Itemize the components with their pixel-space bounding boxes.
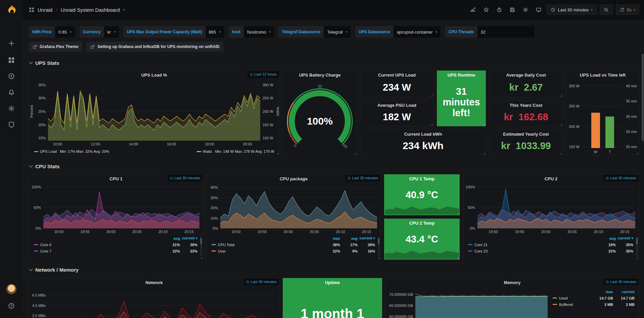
variable-value-dropdown[interactable]: kr▾	[104, 26, 119, 38]
sidebar-item-help[interactable]: ?	[6, 300, 17, 312]
panel-title[interactable]: UPS Battery Charge	[283, 71, 357, 80]
series-name[interactable]: Used	[559, 296, 568, 300]
refresh-picker[interactable]: 5s ▾	[616, 5, 639, 15]
panel-title[interactable]: Uptime	[283, 278, 382, 287]
panel-title[interactable]: UPS Load vs Time left	[566, 71, 639, 80]
grafana-logo[interactable]	[6, 4, 17, 15]
sidebar-item-server-admin[interactable]	[6, 119, 17, 130]
legend-sort-avg[interactable]: avg	[163, 236, 180, 240]
panel-title[interactable]: CPU 2 Temp	[384, 219, 459, 228]
panel-title[interactable]: Memory	[386, 278, 639, 287]
variable-value-dropdown[interactable]: apcupsd-container▾	[394, 26, 441, 38]
variable-value-dropdown[interactable]: 865▾	[205, 26, 224, 38]
breadcrumb-app[interactable]: Unraid	[38, 7, 52, 13]
sidebar-item-create[interactable]	[6, 38, 17, 49]
page-scrollbar	[642, 20, 644, 317]
user-avatar[interactable]	[6, 283, 17, 295]
row-header-network-memory[interactable]: Network / Memory	[29, 266, 79, 273]
row-header-ups-stats[interactable]: UPS Stats	[29, 59, 59, 66]
cpu-package-chart[interactable]: 0%10%20%30%40%19:5019:5520:0020:0520:102…	[207, 183, 380, 234]
series-name[interactable]: Core 6	[40, 243, 51, 247]
dashboard-title[interactable]: Unraid System Dashboard	[61, 7, 120, 13]
variable-ups-datasource: UPS Datasource apcupsd-container▾	[355, 26, 441, 38]
cpu2-chart[interactable]: 0%50%100%19:5019:5520:0020:0520:1020:15	[463, 183, 639, 234]
svg-text:19:50: 19:50	[54, 230, 64, 234]
add-panel-button[interactable]	[468, 5, 478, 15]
panel-title[interactable]: This Years Cost	[490, 101, 562, 110]
sidebar-item-explore[interactable]	[6, 71, 17, 82]
variable-ups-max-output: UPS Max Output Power Capacity (Watt) 865…	[124, 26, 224, 38]
svg-text:60.000000 GB: 60.000000 GB	[389, 304, 413, 308]
dashboard-link[interactable]: Setting up Grafana and InfluxDB for UPS …	[87, 42, 223, 52]
legend-sort-avg[interactable]: avg	[340, 236, 358, 240]
panel-title[interactable]: UPS Load %	[29, 71, 279, 80]
variable-value-dropdown[interactable]: Telegraf▾	[324, 26, 351, 38]
variable-label: Telegraf Datasource	[279, 26, 324, 38]
settings-button[interactable]	[520, 5, 531, 15]
scrollbar-thumb[interactable]	[642, 54, 644, 141]
panel-title[interactable]: CPU 1 Temp	[384, 175, 459, 183]
variable-text-input[interactable]: 32	[477, 26, 535, 38]
svg-text:19:50: 19:50	[489, 230, 498, 234]
sidebar-item-dashboards[interactable]	[6, 54, 17, 66]
panel-title[interactable]: Current Load kWh	[361, 130, 486, 139]
legend-item[interactable]: WattsMin: 148 W Max: 278 W Avg: 175 W	[197, 149, 274, 153]
panel-title[interactable]: Average PSU Load	[361, 101, 433, 110]
svg-text:10%: 10%	[211, 216, 218, 220]
battery-gauge[interactable]: 050100100%	[283, 80, 357, 153]
svg-text:20:15: 20:15	[184, 230, 194, 234]
panel-estimated-yearly-cost: Estimated Yearly Cost kr 1033.99	[489, 130, 563, 155]
time-range-picker[interactable]: Last 30 minutes ▾	[547, 5, 596, 15]
legend-sort-current[interactable]: current	[613, 290, 635, 294]
legend-sort-avg[interactable]: avg	[598, 236, 616, 240]
legend-item[interactable]: UPS LoadMin: 17% Max: 32% Avg: 20%	[34, 149, 109, 153]
legend-scrollbar[interactable]	[378, 237, 379, 256]
variable-value-dropdown[interactable]: Nostromo▾	[244, 26, 274, 38]
sidebar-item-alerting[interactable]	[6, 87, 17, 98]
row-header-cpu-stats[interactable]: CPU Stats	[29, 163, 60, 170]
cycle-view-tv-button[interactable]	[534, 5, 544, 15]
panel-title[interactable]: Average Daily Cost	[490, 71, 562, 80]
save-button[interactable]	[507, 5, 517, 15]
memory-chart[interactable]: 50.000000 GB60.000000 GB70.000000 GB	[386, 287, 549, 318]
network-chart[interactable]: 2.0 MBs4.0 MBs6.0 MBs	[29, 287, 279, 318]
series-name[interactable]: Core 21	[474, 243, 488, 247]
svg-text:100%: 100%	[466, 185, 475, 189]
legend-sort-max[interactable]: max	[323, 236, 340, 240]
legend-scrollbar[interactable]	[636, 237, 638, 256]
legend-sort-current[interactable]: current ▾	[616, 236, 633, 240]
caret-down-icon: ▾	[70, 31, 72, 34]
ups-load-time-bar-chart[interactable]: 150 W200 W250 W300 W20 min25 min30 min35…	[566, 80, 639, 155]
cpu1-chart[interactable]: 0%50%100%19:5019:5520:0020:0520:1020:15	[29, 183, 203, 234]
chart-legend: avgcurrent ▾Core 2119%35%Core 2322%35%	[466, 235, 635, 254]
share-button[interactable]	[494, 5, 504, 15]
series-name[interactable]: Core 23	[474, 249, 488, 253]
ups-load-chart[interactable]: 15%20%25%30%35%100 W150 W200 W250 W300 W…	[29, 80, 279, 147]
star-button[interactable]	[481, 5, 491, 15]
sidebar-item-configuration[interactable]	[6, 103, 17, 114]
legend-sort-current[interactable]: current ▾	[180, 236, 197, 240]
series-name[interactable]: Buffered	[559, 303, 573, 307]
legend-sort-max[interactable]: max	[592, 290, 613, 294]
series-color-dash	[212, 251, 216, 252]
legend-scrollbar[interactable]	[200, 237, 202, 256]
panel-title[interactable]: UPS Runtime	[437, 71, 486, 80]
legend-row: Core 2119%35%	[466, 241, 635, 248]
series-name[interactable]: Core 7	[40, 249, 51, 253]
dashboard-link[interactable]: Grafana Plex Theme	[29, 42, 82, 52]
legend-sort-current[interactable]: current ▾	[358, 236, 375, 240]
refresh-icon[interactable]	[620, 7, 625, 12]
series-name[interactable]: CPU Total	[218, 243, 234, 247]
panel-title[interactable]: Network	[29, 278, 279, 287]
caret-down-icon[interactable]: ▾	[123, 8, 125, 11]
panel-title[interactable]: Current UPS Load	[361, 71, 433, 80]
legend-row: User22%9%16%	[210, 248, 377, 254]
time-range-tag: ◷Last 30 minutes	[168, 175, 203, 181]
chart-legend: maxcurrentUsed14.7 GB14.7 GBBuffered3 MB…	[551, 288, 637, 308]
variable-value-dropdown[interactable]: 0.65▾	[55, 26, 75, 38]
svg-text:50%: 50%	[468, 206, 475, 210]
zoom-out-button[interactable]	[600, 5, 613, 15]
series-name[interactable]: User	[218, 249, 226, 253]
legend-header: maxavgcurrent ▾	[210, 235, 377, 241]
panel-title[interactable]: Estimated Yearly Cost	[490, 130, 562, 139]
